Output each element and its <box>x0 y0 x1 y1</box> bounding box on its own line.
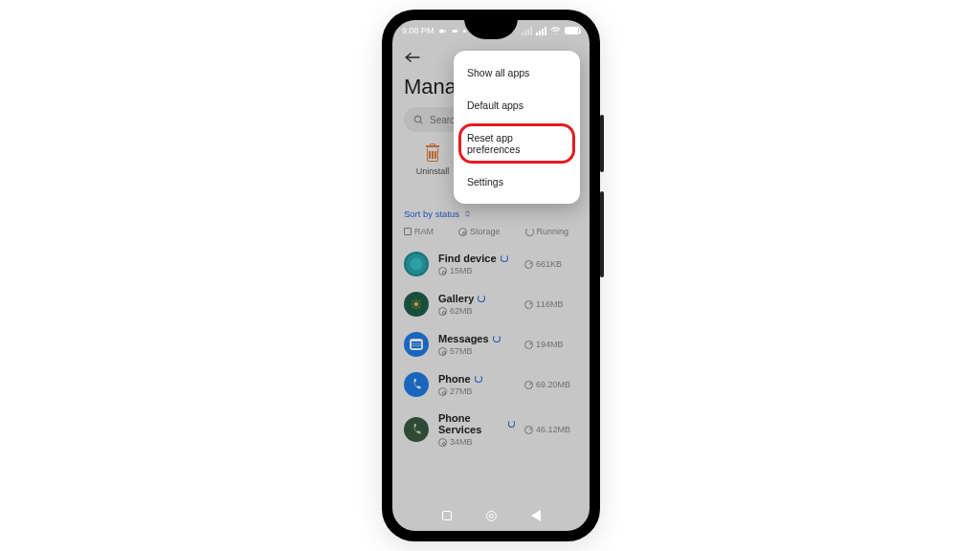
side-button <box>600 191 604 277</box>
signal-icon <box>522 27 532 35</box>
menu-reset-app-preferences[interactable]: Reset app preferences <box>454 121 580 165</box>
battery-small-icon <box>451 27 459 35</box>
phone-mockup: 9:08 PM Mana <box>382 10 600 541</box>
svg-rect-2 <box>457 30 458 32</box>
menu-settings[interactable]: Settings <box>454 165 580 198</box>
wifi-icon <box>550 27 561 35</box>
nav-bar <box>392 500 590 531</box>
nav-recent-button[interactable] <box>442 511 452 520</box>
menu-show-all-apps[interactable]: Show all apps <box>454 56 580 89</box>
video-icon <box>438 27 447 35</box>
overflow-menu: Show all apps Default apps Reset app pre… <box>454 51 580 204</box>
svg-point-3 <box>555 33 556 33</box>
screen: 9:08 PM Mana <box>392 20 590 531</box>
svg-rect-1 <box>452 30 457 33</box>
svg-rect-0 <box>439 29 444 33</box>
nav-home-button[interactable] <box>486 511 497 521</box>
signal-icon <box>536 27 546 35</box>
menu-default-apps[interactable]: Default apps <box>454 89 580 121</box>
status-time: 9:08 PM <box>402 26 434 35</box>
battery-icon <box>565 27 580 34</box>
nav-back-button[interactable] <box>531 510 541 521</box>
side-button <box>600 115 604 172</box>
